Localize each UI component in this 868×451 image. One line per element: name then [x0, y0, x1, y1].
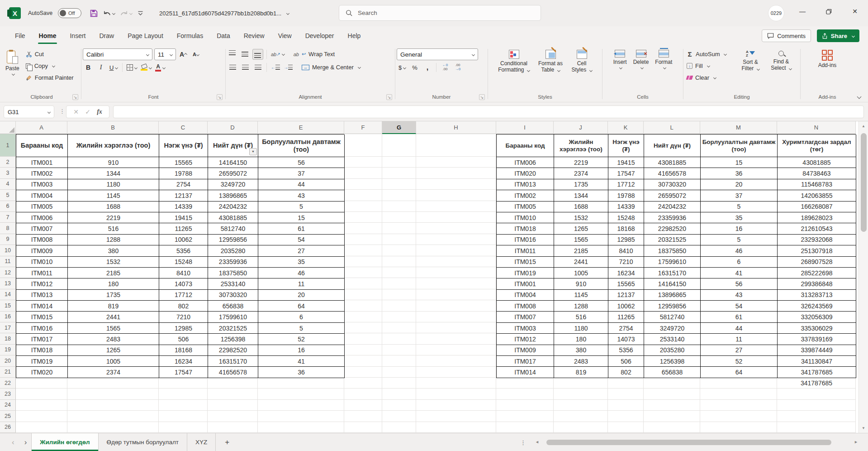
cell-A9[interactable]: ITM008	[16, 235, 68, 245]
cell-K18[interactable]: 14073	[608, 334, 644, 345]
column-header-G[interactable]: G	[382, 121, 416, 134]
row-header-7[interactable]: 7	[0, 212, 16, 223]
redo-button[interactable]	[118, 8, 134, 19]
cell-M6[interactable]: 5	[701, 202, 778, 212]
cell-D11[interactable]: 23359936	[208, 257, 258, 268]
cell-D2[interactable]: 14164150	[208, 157, 258, 168]
cell-D12[interactable]: 18375850	[208, 268, 258, 278]
cell-K21[interactable]: 802	[608, 367, 644, 378]
grid-cell-F11[interactable]	[344, 256, 382, 267]
cell-K6[interactable]: 14339	[608, 202, 644, 212]
grid-cell-K22[interactable]	[608, 378, 644, 389]
grid-cell-H16[interactable]	[416, 312, 496, 322]
cell-N4[interactable]: 115468783	[778, 179, 856, 190]
column-header-F[interactable]: F	[344, 121, 382, 134]
grid-cell-L25[interactable]	[644, 411, 700, 422]
grid-cell-H15[interactable]	[416, 300, 496, 311]
grid-cell-H4[interactable]	[416, 179, 496, 190]
row-header-2[interactable]: 2	[0, 157, 16, 168]
cell-C19[interactable]: 18168	[159, 345, 208, 356]
row-header-19[interactable]: 19	[0, 345, 16, 355]
cell-I17[interactable]: ITM003	[497, 323, 554, 334]
grid-cell-F3[interactable]	[344, 168, 382, 178]
cell-L14[interactable]: 13896865	[644, 290, 701, 301]
cell-D9[interactable]: 12959856	[208, 235, 258, 245]
cell-B21[interactable]: 2374	[68, 367, 159, 378]
cell-N5[interactable]: 142063855	[778, 190, 856, 201]
cell-B14[interactable]: 1735	[68, 290, 159, 301]
cell-K19[interactable]: 5356	[608, 345, 644, 356]
ribbon-tab-file[interactable]: File	[8, 26, 32, 45]
cell-D14[interactable]: 30730320	[208, 290, 258, 301]
decrease-indent-button[interactable]: ←	[270, 62, 281, 73]
grid-cell-F25[interactable]	[344, 411, 382, 422]
cell-K7[interactable]: 15248	[608, 212, 644, 223]
grid-cell-G7[interactable]	[382, 212, 416, 223]
grid-cell-E25[interactable]	[258, 411, 344, 422]
cell-N6[interactable]: 166268087	[778, 202, 856, 212]
cell-E15[interactable]: 64	[258, 301, 345, 312]
cell-I6[interactable]: ITM005	[497, 202, 554, 212]
format-as-table-button[interactable]: Format as Table	[534, 48, 567, 74]
cell-J5[interactable]: 1344	[554, 190, 608, 201]
cell-L17[interactable]: 3249720	[644, 323, 701, 334]
decrease-decimal-button[interactable]: .00→0	[452, 62, 463, 73]
grid-cell-F7[interactable]	[344, 212, 382, 223]
grid-cell-L23[interactable]	[644, 389, 700, 399]
vertical-scrollbar-thumb[interactable]	[861, 133, 867, 232]
cell-C15[interactable]: 802	[159, 301, 208, 312]
cell-J14[interactable]: 1145	[554, 290, 608, 301]
cell-I21[interactable]: ITM014	[497, 367, 554, 378]
alignment-dialog-launcher[interactable]: ↘	[386, 94, 392, 100]
cell-C16[interactable]: 7210	[159, 312, 208, 322]
cell-D5[interactable]: 13896865	[208, 190, 258, 201]
grid-cell-I24[interactable]	[496, 400, 554, 411]
format-cells-button[interactable]: Format	[653, 48, 674, 70]
grid-cell-F5[interactable]	[344, 190, 382, 201]
row-header-17[interactable]: 17	[0, 322, 16, 333]
cell-E21[interactable]: 36	[258, 367, 345, 378]
cell-E6[interactable]: 5	[258, 202, 345, 212]
cell-N9[interactable]: 232932068	[778, 235, 856, 245]
grid-cell-K23[interactable]	[608, 389, 644, 399]
cell-B4[interactable]: 1180	[68, 179, 159, 190]
cell-L13[interactable]: 14164150	[644, 278, 701, 289]
ribbon-tab-review[interactable]: Review	[237, 26, 271, 45]
cell-K14[interactable]: 12137	[608, 290, 644, 301]
font-dialog-launcher[interactable]: ↘	[217, 94, 223, 100]
formula-bar-splitter[interactable]: ⋮	[59, 108, 65, 115]
align-bottom-button[interactable]	[252, 49, 263, 60]
cell-N11[interactable]: 268907528	[778, 257, 856, 268]
grid-cell-I26[interactable]	[496, 422, 554, 433]
cell-E7[interactable]: 15	[258, 212, 345, 223]
format-painter-button[interactable]: Format Painter	[24, 72, 76, 83]
row-header-12[interactable]: 12	[0, 267, 16, 278]
cell-C20[interactable]: 16234	[159, 356, 208, 367]
cell-D21[interactable]: 41656578	[208, 367, 258, 378]
cell-N14[interactable]: 313283713	[778, 290, 856, 301]
cell-A11[interactable]: ITM010	[16, 257, 68, 268]
cell-C11[interactable]: 15248	[159, 257, 208, 268]
cell-B17[interactable]: 1565	[68, 323, 159, 334]
grid-cell-F26[interactable]	[344, 422, 382, 433]
grid-cell-G3[interactable]	[382, 168, 416, 178]
cell-D6[interactable]: 24204232	[208, 202, 258, 212]
cell-K11[interactable]: 7210	[608, 257, 644, 268]
collapse-ribbon-icon[interactable]	[857, 95, 862, 99]
grid-cell-M26[interactable]	[700, 422, 777, 433]
cell-J13[interactable]: 910	[554, 278, 608, 289]
bold-button[interactable]: B	[83, 62, 94, 73]
grid-cell-H14[interactable]	[416, 289, 496, 300]
cancel-entry-icon[interactable]: ✕	[73, 108, 79, 115]
grid-cell-G1[interactable]	[382, 134, 416, 157]
row-header-6[interactable]: 6	[0, 201, 16, 212]
cell-M11[interactable]: 6	[701, 257, 778, 268]
cell-D16[interactable]: 17599610	[208, 312, 258, 322]
grid-cell-F9[interactable]	[344, 234, 382, 245]
cell-J9[interactable]: 1565	[554, 235, 608, 245]
row-header-20[interactable]: 20	[0, 355, 16, 366]
cell-N18[interactable]: 337839169	[778, 334, 856, 345]
fill-button[interactable]: ↓Fill	[685, 60, 734, 72]
cell-C21[interactable]: 17547	[159, 367, 208, 378]
grid-cell-F18[interactable]	[344, 333, 382, 344]
